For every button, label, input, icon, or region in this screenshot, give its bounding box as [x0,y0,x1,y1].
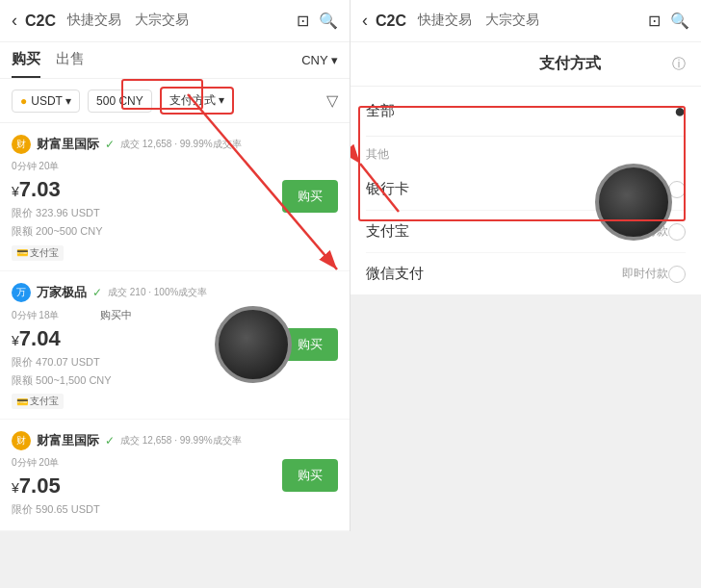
right-nav-tabs: 快捷交易 大宗交易 [418,12,648,31]
nav-icons: ⊡ 🔍 [297,12,338,30]
right-nav-icons: ⊡ 🔍 [648,12,689,30]
payment-filter[interactable]: 支付方式 ▾ [160,87,234,115]
merchant-header: 财 财富里国际 ✓ 成交 12,658 · 99.99%成交率 [12,431,338,450]
payment-badge: 💳 支付宝 [12,245,64,261]
big-circle-right-decoration [595,164,672,241]
merchant-stats: 成交 12,658 · 99.99%成交率 [120,138,242,151]
merchant-item: 财 财富里国际 ✓ 成交 12,658 · 99.99%成交率 0分钟 20单 … [0,420,350,531]
avatar: 万 [12,283,31,302]
payment-badge: 💳 支付宝 [12,394,64,409]
right-expand-icon[interactable]: ⊡ [648,12,661,30]
verified-icon: ✓ [92,286,102,299]
big-circle-decoration [215,306,292,383]
right-tab-quick[interactable]: 快捷交易 [418,12,472,31]
search-icon[interactable]: 🔍 [319,12,338,30]
radio-wechat[interactable] [668,266,686,283]
tab-quick-trade[interactable]: 快捷交易 [67,12,121,31]
payment-title: 支付方式 [468,54,672,74]
payment-icon: 💳 [16,247,28,258]
verified-icon: ✓ [105,434,115,447]
payment-option-row[interactable]: 微信支付 即时付款 [366,253,686,294]
payment-title-bar: 支付方式 ⓘ [350,42,701,87]
merchant-header: 财 财富里国际 ✓ 成交 12,658 · 99.99%成交率 [12,135,338,154]
expand-icon[interactable]: ⊡ [297,12,309,30]
nav-title-right: C2C [376,13,406,30]
sell-tab[interactable]: 出售 [56,50,85,78]
buy-button[interactable]: 购买 [282,180,338,213]
price-detail2: 限额 500~1,500 CNY [12,373,338,388]
payment-option-wechat: 微信支付 [366,265,616,283]
currency-symbol: ¥ [12,184,19,199]
merchant-item: 万 万家极品 ✓ 成交 210 · 100%成交率 0分钟 18单 购买中 ¥7… [0,271,350,421]
merchant-orders: 0分钟 20单 [12,160,338,173]
buy-tab[interactable]: 购买 [12,50,40,78]
trade-tabs: 购买 出售 CNY ▾ [0,42,350,79]
funnel-icon[interactable]: ▽ [326,91,338,110]
merchant-item: 财 财富里国际 ✓ 成交 12,658 · 99.99%成交率 0分钟 20单 … [0,123,350,271]
amount-filter[interactable]: 500 CNY [88,89,152,113]
avatar: 财 [12,431,31,450]
right-nav-bar: ‹ C2C 快捷交易 大宗交易 ⊡ 🔍 [350,0,701,42]
coin-filter[interactable]: ● USDT ▾ [12,89,80,113]
left-nav-bar: ‹ C2C 快捷交易 大宗交易 ⊡ 🔍 [0,0,350,42]
price-detail2: 限额 200~500 CNY [12,224,338,239]
avatar: 财 [12,135,31,154]
radio-alipay[interactable] [668,223,686,241]
payment-label: 支付宝 [30,395,59,408]
payment-all-row[interactable]: 全部 ● [366,87,686,137]
right-tab-bulk[interactable]: 大宗交易 [485,12,539,31]
merchant-stats: 成交 12,658 · 99.99%成交率 [120,434,242,447]
payment-option-alipay: 支付宝 [366,222,616,241]
merchant-name: 财富里国际 [37,136,99,153]
pending-label: 购买中 [100,309,132,320]
payment-all-label: 全部 [366,102,674,120]
coin-filter-label: USDT ▾ [31,94,71,108]
merchant-name: 万家极品 [37,284,87,301]
payment-label: 支付宝 [30,246,59,260]
check-icon: ● [674,100,686,122]
back-button-right[interactable]: ‹ [362,11,368,31]
payment-icon: 💳 [16,396,28,407]
right-search-icon[interactable]: 🔍 [670,12,689,30]
buy-button[interactable]: 购买 [282,459,338,492]
merchant-orders: 0分钟 18单 购买中 [12,308,338,322]
merchant-header: 万 万家极品 ✓ 成交 210 · 100%成交率 [12,283,338,302]
amount-filter-label: 500 CNY [96,94,143,108]
price-detail1: 限价 590.65 USDT [12,502,338,517]
merchant-stats: 成交 210 · 100%成交率 [108,286,207,299]
nav-tabs: 快捷交易 大宗交易 [67,12,297,31]
filter-row: ● USDT ▾ 500 CNY 支付方式 ▾ ▽ [0,79,350,123]
payment-option-wechat-sub: 即时付款 [622,266,668,282]
currency-selector[interactable]: CNY ▾ [301,50,338,78]
merchant-name: 财富里国际 [37,432,99,449]
payment-filter-label: 支付方式 ▾ [169,92,224,109]
back-button[interactable]: ‹ [12,11,17,31]
usdt-icon: ● [20,94,27,108]
nav-title: C2C [25,13,56,30]
verified-icon: ✓ [105,138,115,151]
tab-bulk-trade[interactable]: 大宗交易 [135,12,189,31]
info-icon[interactable]: ⓘ [672,56,686,73]
merchant-list: 财 财富里国际 ✓ 成交 12,658 · 99.99%成交率 0分钟 20单 … [0,123,350,531]
